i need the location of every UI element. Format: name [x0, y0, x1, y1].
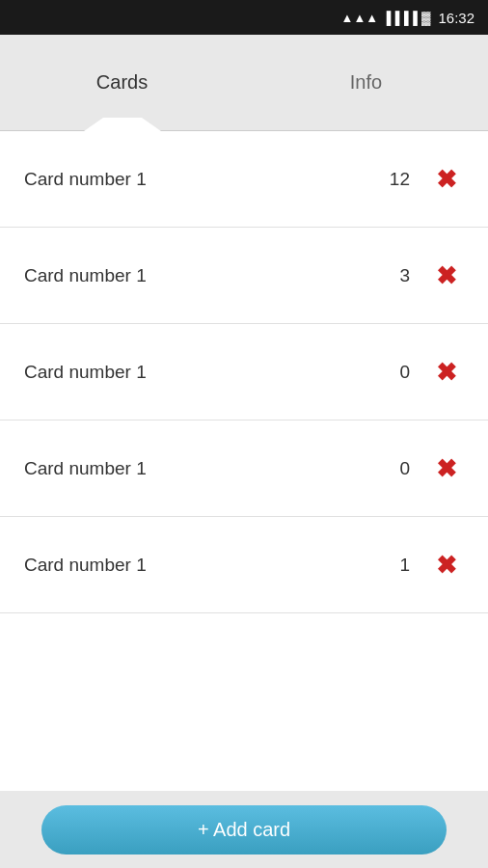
delete-icon-1: ✖: [436, 167, 457, 192]
status-time: 16:32: [438, 10, 474, 26]
delete-icon-4: ✖: [436, 456, 457, 481]
card-count-5: 1: [381, 555, 410, 576]
card-label-3: Card number 1: [24, 362, 381, 383]
table-row: Card number 1 12 ✖: [0, 131, 488, 228]
delete-icon-5: ✖: [436, 553, 457, 578]
delete-button-4[interactable]: ✖: [429, 451, 464, 486]
card-label-2: Card number 1: [24, 265, 381, 286]
add-card-button[interactable]: + Add card: [41, 805, 447, 854]
table-row: Card number 1 0 ✖: [0, 420, 488, 517]
tab-cards-label: Cards: [96, 71, 148, 94]
card-count-3: 0: [381, 362, 410, 383]
card-label-1: Card number 1: [24, 169, 381, 190]
footer: + Add card: [0, 791, 488, 868]
delete-button-5[interactable]: ✖: [429, 548, 464, 583]
tab-bar: Cards Info: [0, 35, 488, 131]
table-row: Card number 1 3 ✖: [0, 228, 488, 324]
card-count-2: 3: [381, 265, 410, 286]
card-count-1: 12: [381, 169, 410, 190]
delete-icon-3: ✖: [436, 360, 457, 385]
delete-button-3[interactable]: ✖: [429, 355, 464, 390]
card-list: Card number 1 12 ✖ Card number 1 3 ✖ Car…: [0, 131, 488, 791]
card-label-5: Card number 1: [24, 555, 381, 576]
card-label-4: Card number 1: [24, 458, 381, 479]
signal-icon: ▐▐▐▐: [382, 11, 418, 25]
card-count-4: 0: [381, 458, 410, 479]
wifi-icon: ▲▲▲: [341, 11, 379, 25]
delete-button-1[interactable]: ✖: [429, 162, 464, 197]
delete-icon-2: ✖: [436, 263, 457, 288]
tab-info-label: Info: [350, 71, 382, 94]
table-row: Card number 1 0 ✖: [0, 324, 488, 420]
status-icons: ▲▲▲ ▐▐▐▐ ▓ 16:32: [341, 10, 474, 26]
tab-info[interactable]: Info: [244, 35, 488, 130]
status-bar: ▲▲▲ ▐▐▐▐ ▓ 16:32: [0, 0, 488, 35]
delete-button-2[interactable]: ✖: [429, 258, 464, 293]
tab-cards[interactable]: Cards: [0, 35, 244, 130]
battery-icon: ▓: [421, 11, 430, 25]
table-row: Card number 1 1 ✖: [0, 517, 488, 613]
